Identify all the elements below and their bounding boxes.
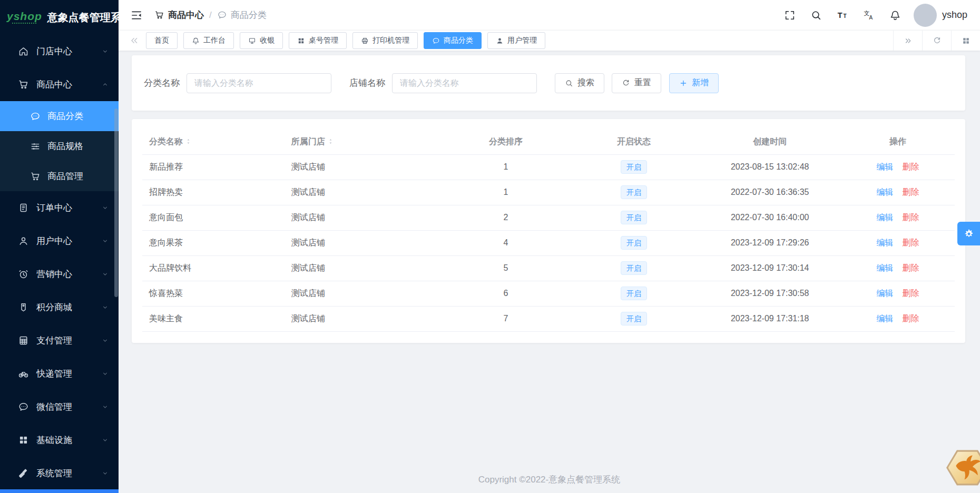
bird-logo-badge[interactable] — [946, 449, 980, 486]
sidebar-hscrollbar[interactable] — [0, 489, 119, 493]
category-table: 分类名称所属门店分类排序开启状态创建时间操作 新品推荐测试店铺1开启2023-0… — [142, 130, 955, 332]
edit-link[interactable]: 编辑 — [877, 263, 894, 272]
edit-link[interactable]: 编辑 — [877, 188, 894, 196]
sidebar-subitem-商品规格[interactable]: 商品规格 — [0, 131, 119, 161]
column-header-创建时间: 创建时间 — [699, 130, 841, 154]
sidebar-item-门店中心[interactable]: 门店中心 — [0, 35, 119, 68]
cell-created-time: 2023-12-09 17:29:26 — [699, 230, 841, 255]
table-header-row: 分类名称所属门店分类排序开启状态创建时间操作 — [142, 130, 955, 154]
edit-link[interactable]: 编辑 — [877, 162, 894, 171]
reset-button-label: 重置 — [634, 77, 651, 88]
tab-control-refresh-icon[interactable] — [922, 31, 951, 51]
filter-card: 分类名称 店铺名称 搜索 重置 新增 — [132, 55, 965, 111]
tab-controls — [893, 31, 980, 51]
status-badge: 开启 — [621, 287, 647, 300]
sidebar-subitem-商品管理[interactable]: 商品管理 — [0, 161, 119, 191]
sidebar-item-快递管理[interactable]: 快递管理 — [0, 357, 119, 390]
delete-link[interactable]: 删除 — [903, 289, 919, 298]
category-name-input[interactable] — [187, 73, 331, 93]
sidebar-item-商品中心[interactable]: 商品中心 — [0, 68, 119, 101]
tab-label: 收银 — [260, 36, 275, 45]
column-header-所属门店[interactable]: 所属门店 — [285, 130, 443, 154]
sidebar-item-营销中心[interactable]: 营销中心 — [0, 258, 119, 291]
translate-icon[interactable]: 文A — [863, 9, 875, 21]
sidebar-item-label: 支付管理 — [36, 334, 101, 347]
tab-control-chevrons-right-icon[interactable] — [893, 31, 922, 51]
tab-工作台[interactable]: 工作台 — [183, 32, 234, 49]
cell-actions: 编辑删除 — [841, 306, 955, 331]
cell-status: 开启 — [569, 306, 699, 331]
edit-link[interactable]: 编辑 — [877, 289, 894, 298]
delete-link[interactable]: 删除 — [903, 238, 919, 247]
edit-link[interactable]: 编辑 — [877, 213, 894, 222]
sidebar-menu: 门店中心商品中心商品分类商品规格商品管理订单中心用户中心营销中心积分商城支付管理… — [0, 35, 119, 493]
sidebar-item-系统管理[interactable]: 系统管理 — [0, 457, 119, 490]
tab-首页[interactable]: 首页 — [146, 32, 178, 49]
column-header-label: 分类名称 — [149, 137, 183, 146]
sidebar-item-用户中心[interactable]: 用户中心 — [0, 224, 119, 258]
sidebar-item-支付管理[interactable]: 支付管理 — [0, 324, 119, 357]
tab-收银[interactable]: 收银 — [240, 32, 283, 49]
shop-name-input[interactable] — [392, 73, 537, 93]
sidebar-item-label: 微信管理 — [36, 401, 101, 413]
search-icon[interactable] — [810, 9, 822, 21]
cell-store: 测试店铺 — [285, 180, 443, 205]
reset-button[interactable]: 重置 — [612, 73, 661, 93]
tab-打印机管理[interactable]: 打印机管理 — [352, 32, 418, 49]
sidebar-item-微信管理[interactable]: 微信管理 — [0, 390, 119, 423]
edit-link[interactable]: 编辑 — [877, 238, 894, 247]
cell-actions: 编辑删除 — [841, 205, 955, 230]
breadcrumb-item-商品中心[interactable]: 商品中心 — [154, 9, 204, 21]
font-size-icon[interactable]: TT — [837, 9, 848, 21]
sidebar-item-订单中心[interactable]: 订单中心 — [0, 191, 119, 224]
delete-link[interactable]: 删除 — [903, 314, 919, 323]
table-row: 惊喜热菜测试店铺6开启2023-12-09 17:30:58编辑删除 — [142, 281, 955, 306]
column-header-label: 开启状态 — [617, 137, 651, 146]
add-button-label: 新增 — [692, 77, 709, 88]
cell-sort-order: 7 — [443, 306, 569, 331]
delete-link[interactable]: 删除 — [903, 188, 919, 196]
breadcrumb-item-商品分类[interactable]: 商品分类 — [217, 9, 267, 21]
tab-label: 工作台 — [203, 36, 226, 45]
bell-icon[interactable] — [889, 9, 901, 21]
svg-text:A: A — [869, 15, 873, 21]
search-button[interactable]: 搜索 — [555, 73, 604, 93]
fold-sidebar-icon[interactable] — [130, 9, 143, 22]
table-row: 新品推荐测试店铺1开启2023-08-15 13:02:48编辑删除 — [142, 154, 955, 180]
logo-text: yshop — [7, 11, 42, 22]
tab-control-grid-icon[interactable] — [951, 31, 980, 51]
tab-label: 打印机管理 — [373, 36, 409, 45]
tabs: 首页工作台收银桌号管理打印机管理商品分类用户管理 — [146, 32, 893, 49]
cell-category-name: 意向果茶 — [142, 230, 285, 255]
edit-link[interactable]: 编辑 — [877, 314, 894, 323]
settings-panel-button[interactable] — [957, 222, 980, 245]
cell-sort-order: 1 — [443, 180, 569, 205]
column-header-分类名称[interactable]: 分类名称 — [142, 130, 285, 154]
tabs-scroll-left-icon[interactable] — [129, 35, 140, 46]
delete-link[interactable]: 删除 — [903, 162, 919, 171]
sidebar-item-label: 门店中心 — [36, 45, 101, 57]
sidebar-item-label: 快递管理 — [36, 368, 101, 380]
table-row: 招牌热卖测试店铺1开启2022-07-30 16:36:35编辑删除 — [142, 180, 955, 205]
delete-link[interactable]: 删除 — [903, 263, 919, 272]
sidebar-scrollbar-thumb[interactable] — [114, 109, 118, 297]
sidebar-subitem-商品分类[interactable]: 商品分类 — [0, 101, 119, 131]
tab-桌号管理[interactable]: 桌号管理 — [289, 32, 347, 49]
fullscreen-icon[interactable] — [784, 9, 796, 21]
shop-name-label: 店铺名称 — [349, 77, 385, 89]
sidebar-item-积分商城[interactable]: 积分商城 — [0, 291, 119, 324]
cell-status: 开启 — [569, 154, 699, 180]
chevron-down-icon — [101, 303, 109, 311]
tab-用户管理[interactable]: 用户管理 — [487, 32, 545, 49]
tab-商品分类[interactable]: 商品分类 — [424, 32, 482, 49]
user-avatar[interactable] — [914, 4, 937, 27]
reset-icon — [622, 79, 630, 87]
sidebar-item-基础设施[interactable]: 基础设施 — [0, 423, 119, 457]
delete-link[interactable]: 删除 — [903, 213, 919, 222]
footer-copyright: Copyright ©2022-意象点餐管理系统 — [119, 474, 980, 486]
gear-icon — [963, 228, 975, 240]
add-button[interactable]: 新增 — [669, 73, 719, 93]
username[interactable]: yshop — [942, 9, 967, 21]
svg-text:T: T — [838, 11, 842, 19]
cell-category-name: 招牌热卖 — [142, 180, 285, 205]
